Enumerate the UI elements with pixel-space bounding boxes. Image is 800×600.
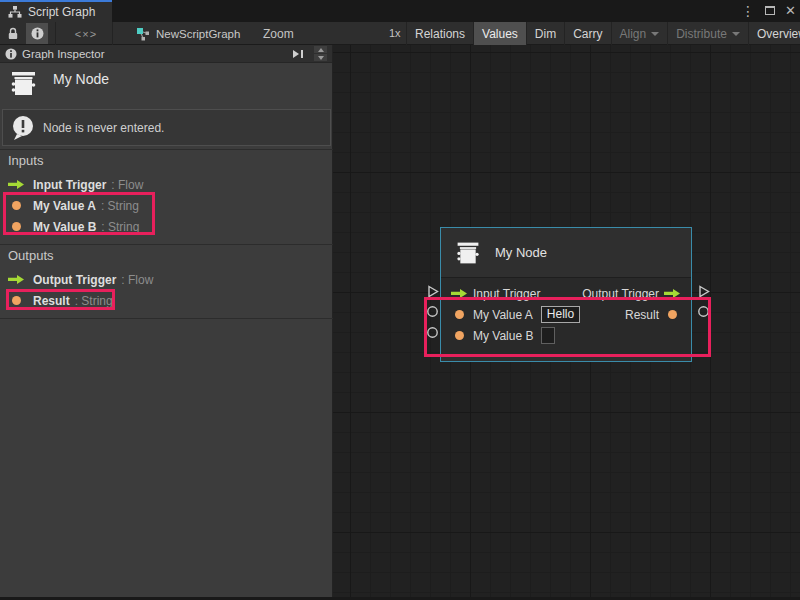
result-label: Result — [625, 308, 659, 322]
dock-sidebar-icon[interactable] — [290, 48, 305, 60]
inspector-header: Graph Inspector — [0, 45, 332, 63]
spinner-down-icon[interactable] — [314, 54, 327, 61]
inputs-heading: Inputs — [8, 153, 43, 168]
overview-button[interactable]: Overview — [748, 22, 800, 45]
external-result-port-icon[interactable] — [697, 304, 710, 322]
toolbar-button-group: Relations Values Dim Carry Align Distrib… — [406, 22, 800, 45]
inspector-title: Graph Inspector — [22, 48, 285, 60]
value-port-dot-icon — [12, 222, 21, 231]
dim-button[interactable]: Dim — [526, 22, 564, 45]
graph-node-my-node[interactable]: My Node Input Trigger Output Trigger My … — [440, 227, 692, 362]
distribute-dropdown[interactable]: Distribute — [667, 22, 748, 45]
node-row-value-b: My Value B — [441, 325, 691, 346]
graph-asset-name: NewScriptGraph — [156, 28, 240, 40]
input-trigger-label: Input Trigger — [473, 287, 540, 301]
align-dropdown[interactable]: Align — [611, 22, 668, 45]
value-b-label: My Value B — [473, 329, 533, 343]
close-icon[interactable]: ✕ — [785, 0, 796, 22]
external-output-trigger-port-icon[interactable] — [697, 284, 710, 302]
unit-node-icon — [8, 68, 39, 99]
maximize-icon[interactable] — [765, 0, 775, 22]
toolbar: <×> NewScriptGraph Zoom 1x Relations Val… — [0, 22, 800, 45]
graph-canvas[interactable]: My Node Input Trigger Output Trigger My … — [333, 45, 800, 597]
inspector-port-result: Result : String — [0, 290, 333, 311]
inspector-info-icon — [5, 48, 17, 60]
node-row-value-a: My Value A Hello Result — [441, 304, 691, 325]
value-a-label: My Value A — [473, 308, 533, 322]
external-input-trigger-port-icon[interactable] — [426, 284, 439, 302]
carry-button[interactable]: Carry — [564, 22, 610, 45]
code-icon: <×> — [75, 28, 97, 40]
flow-arrow-icon — [8, 274, 25, 285]
inspector-scroll-spinner — [314, 46, 327, 61]
flow-arrow-icon[interactable] — [451, 288, 468, 299]
value-port-dot-icon — [12, 296, 21, 305]
tab-title: Script Graph — [28, 5, 95, 19]
output-trigger-label: Output Trigger — [582, 287, 659, 301]
window-menu-icon[interactable]: ⋮ — [741, 0, 755, 22]
lock-icon — [7, 27, 19, 40]
node-footer — [441, 354, 691, 361]
info-toggle-button[interactable] — [26, 23, 48, 44]
value-a-input[interactable]: Hello — [541, 306, 580, 323]
inspected-node-title: My Node — [53, 71, 109, 87]
graph-asset-icon — [136, 27, 150, 41]
inspector-port-value-a: My Value A : String — [0, 195, 333, 216]
node-row-triggers: Input Trigger Output Trigger — [441, 283, 691, 304]
inspector-port-value-b: My Value B : String — [0, 216, 333, 237]
external-value-b-port-icon[interactable] — [426, 325, 439, 343]
zoom-label: Zoom — [263, 27, 294, 41]
value-port-dot-icon[interactable] — [668, 310, 677, 319]
graph-inspector-panel: Graph Inspector My Node — [0, 45, 333, 597]
value-port-dot-icon[interactable] — [455, 331, 464, 340]
warning-text: Node is never entered. — [43, 121, 164, 135]
inspector-port-input-trigger: Input Trigger : Flow — [0, 174, 333, 195]
warning-bubble-icon — [11, 115, 35, 141]
value-port-dot-icon — [12, 201, 21, 210]
inspector-port-output-trigger: Output Trigger : Flow — [0, 269, 333, 290]
flow-arrow-icon[interactable] — [664, 288, 681, 299]
chevron-down-icon — [732, 32, 740, 36]
divider — [0, 318, 333, 319]
spinner-up-icon[interactable] — [314, 46, 327, 53]
value-b-input[interactable] — [541, 327, 555, 344]
external-value-a-port-icon[interactable] — [426, 304, 439, 322]
title-bar: Script Graph ⋮ ✕ — [0, 0, 800, 22]
tab-script-graph[interactable]: Script Graph — [0, 0, 112, 22]
zoom-value: 1x — [389, 27, 401, 39]
node-header[interactable]: My Node — [441, 228, 691, 278]
warning-box: Node is never entered. — [2, 109, 331, 146]
flow-arrow-icon — [8, 179, 25, 190]
chevron-down-icon — [651, 32, 659, 36]
lock-button[interactable] — [2, 23, 24, 44]
relations-button[interactable]: Relations — [406, 22, 473, 45]
inspected-node-header: My Node — [8, 68, 109, 99]
node-title: My Node — [495, 245, 547, 260]
outputs-heading: Outputs — [8, 248, 54, 263]
info-icon — [31, 27, 44, 40]
edit-source-button[interactable]: <×> — [68, 23, 104, 44]
divider — [0, 244, 333, 245]
unit-node-icon — [454, 239, 482, 267]
script-graph-tab-icon — [8, 6, 22, 18]
graph-asset-button[interactable]: NewScriptGraph — [136, 22, 240, 45]
values-button[interactable]: Values — [473, 22, 526, 45]
divider — [0, 149, 333, 150]
value-port-dot-icon[interactable] — [455, 310, 464, 319]
